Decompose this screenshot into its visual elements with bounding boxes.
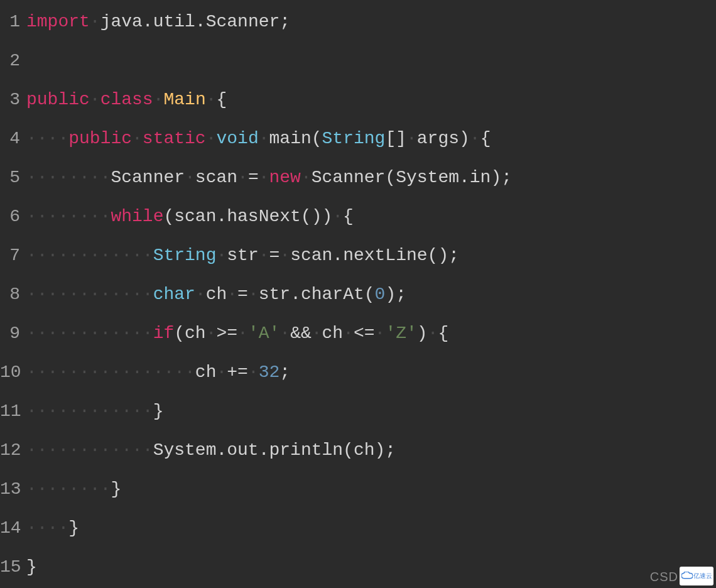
code-line: ········Scanner·scan·=·new·Scanner(Syste…	[26, 158, 716, 197]
code-line: ····}	[26, 509, 716, 548]
line-number-gutter: 123456789101112131415	[0, 3, 26, 588]
watermark-csd: CSD	[650, 570, 678, 584]
line-number: 5	[0, 158, 20, 197]
watermark-badge-text: 亿速云	[693, 572, 712, 580]
code-line: public·class·Main·{	[26, 80, 716, 119]
code-line: ····public·static·void·main(String[]·arg…	[26, 119, 716, 158]
code-line: }	[26, 548, 716, 587]
code-editor: 123456789101112131415 import·java.util.S…	[0, 0, 716, 588]
line-number: 4	[0, 119, 20, 158]
code-line	[26, 41, 716, 80]
code-line: ········}	[26, 470, 716, 509]
code-line: ············String·str·=·scan.nextLine()…	[26, 236, 716, 275]
code-line: ········while(scan.hasNext())·{	[26, 197, 716, 236]
line-number: 11	[0, 392, 20, 431]
line-number: 8	[0, 275, 20, 314]
code-line: ············char·ch·=·str.charAt(0);	[26, 275, 716, 314]
line-number: 10	[0, 353, 20, 392]
code-line: ················ch·+=·32;	[26, 353, 716, 392]
line-number: 12	[0, 431, 20, 470]
line-number: 3	[0, 80, 20, 119]
line-number: 14	[0, 509, 20, 548]
code-content: import·java.util.Scanner;public·class·Ma…	[26, 3, 716, 588]
line-number: 9	[0, 314, 20, 353]
line-number: 6	[0, 197, 20, 236]
line-number: 7	[0, 236, 20, 275]
line-number: 15	[0, 548, 20, 587]
code-line: ············if(ch·>=·'A'·&&·ch·<=·'Z')·{	[26, 314, 716, 353]
code-line: import·java.util.Scanner;	[26, 3, 716, 41]
code-line: ············}	[26, 392, 716, 431]
line-number: 1	[0, 3, 20, 41]
line-number: 2	[0, 41, 20, 80]
line-number: 13	[0, 470, 20, 509]
watermark-badge: 亿速云	[680, 567, 713, 585]
code-line: ············System.out.println(ch);	[26, 431, 716, 470]
